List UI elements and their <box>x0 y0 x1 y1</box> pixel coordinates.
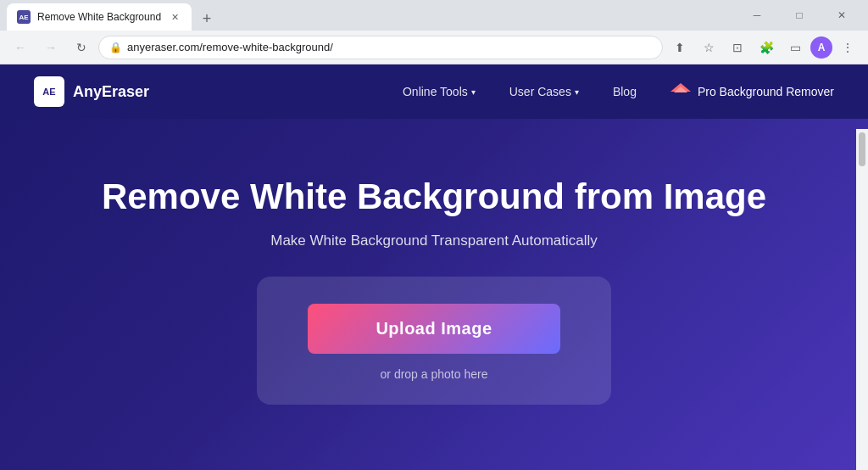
tab-strip: AE Remove White Background ✕ + <box>7 0 737 31</box>
nav-blog[interactable]: Blog <box>613 85 637 98</box>
hero-subtitle: Make White Background Transparent Automa… <box>270 232 598 249</box>
close-window-button[interactable]: ✕ <box>822 2 861 29</box>
back-button[interactable]: ← <box>7 34 34 61</box>
logo-area: AE AnyEraser <box>34 76 149 107</box>
lock-icon: 🔒 <box>109 42 122 53</box>
site-nav: AE AnyEraser Online Tools ▾ User Cases ▾… <box>0 64 868 119</box>
extensions-button[interactable]: 🧩 <box>753 34 780 61</box>
title-bar: AE Remove White Background ✕ + ─ □ ✕ <box>0 0 868 31</box>
maximize-button[interactable]: □ <box>780 2 819 29</box>
window-controls: ─ □ ✕ <box>737 2 861 29</box>
menu-button[interactable]: ⋮ <box>834 34 861 61</box>
tab-favicon: AE <box>17 10 31 24</box>
nav-actions: ⬆ ☆ ⊡ 🧩 ▭ A ⋮ <box>666 34 861 61</box>
user-cases-chevron-icon: ▾ <box>575 87 579 97</box>
hero-section: Remove White Background from Image Make … <box>0 119 868 470</box>
nav-user-cases[interactable]: User Cases ▾ <box>509 85 579 98</box>
online-tools-chevron-icon: ▾ <box>471 87 476 97</box>
tab-close-button[interactable]: ✕ <box>168 10 181 24</box>
nav-bar: ← → ↻ 🔒 anyeraser.com/remove-white-backg… <box>0 31 868 64</box>
drop-text: or drop a photo here <box>381 367 488 381</box>
forward-button[interactable]: → <box>37 34 64 61</box>
tab-title: Remove White Background <box>37 11 161 23</box>
new-tab-button[interactable]: + <box>195 7 219 31</box>
bookmark-star-button[interactable]: ☆ <box>695 34 722 61</box>
hero-title: Remove White Background from Image <box>102 176 766 218</box>
website: AE AnyEraser Online Tools ▾ User Cases ▾… <box>0 64 868 470</box>
bookmarks-button[interactable]: ⊡ <box>724 34 751 61</box>
active-tab[interactable]: AE Remove White Background ✕ <box>7 3 192 31</box>
logo-name: AnyEraser <box>73 83 149 101</box>
scrollbar-thumb[interactable] <box>859 132 865 166</box>
upload-image-button[interactable]: Upload Image <box>308 304 559 354</box>
logo-icon: AE <box>34 76 64 107</box>
pro-background-remover-button[interactable]: Pro Background Remover <box>670 83 834 100</box>
share-button[interactable]: ⬆ <box>666 34 693 61</box>
split-view-button[interactable]: ▭ <box>782 34 809 61</box>
nav-online-tools[interactable]: Online Tools ▾ <box>403 85 476 98</box>
scrollbar[interactable] <box>856 129 868 470</box>
refresh-button[interactable]: ↻ <box>68 34 95 61</box>
upload-area: Upload Image or drop a photo here <box>257 277 610 405</box>
profile-avatar[interactable]: A <box>810 36 832 59</box>
browser-frame: AE Remove White Background ✕ + ─ □ ✕ ← →… <box>0 0 868 470</box>
address-text: anyeraser.com/remove-white-background/ <box>127 41 652 53</box>
page-wrapper: AE AnyEraser Online Tools ▾ User Cases ▾… <box>0 64 868 470</box>
address-bar[interactable]: 🔒 anyeraser.com/remove-white-background/ <box>98 36 663 59</box>
minimize-button[interactable]: ─ <box>737 2 776 29</box>
page-content: AE AnyEraser Online Tools ▾ User Cases ▾… <box>0 64 868 470</box>
pro-icon <box>670 83 691 100</box>
